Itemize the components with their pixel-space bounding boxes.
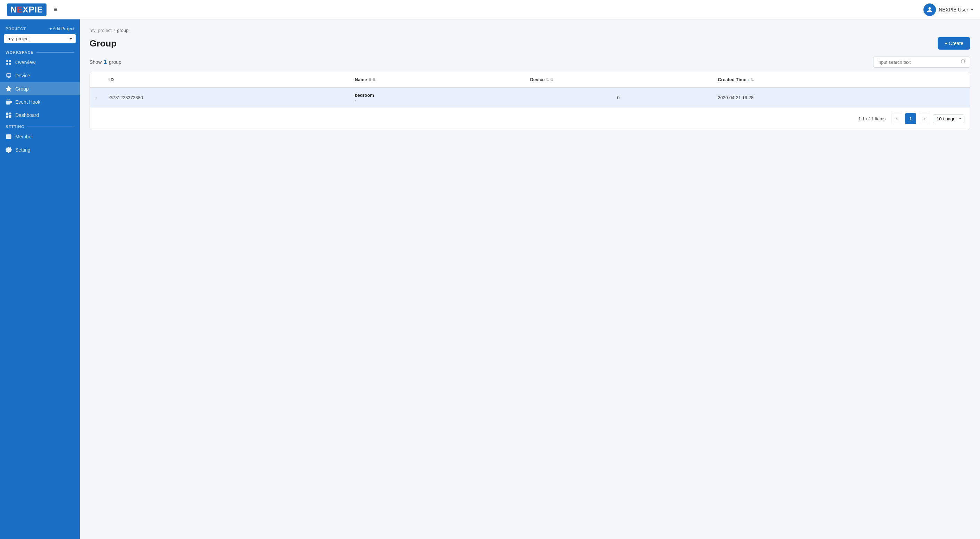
member-icon — [6, 133, 12, 140]
prev-page-button[interactable]: < — [891, 113, 902, 124]
svg-rect-13 — [6, 135, 11, 139]
avatar — [923, 3, 936, 16]
svg-rect-12 — [6, 116, 8, 117]
svg-rect-2 — [6, 63, 8, 65]
search-input[interactable] — [878, 60, 958, 65]
sidebar-item-dashboard[interactable]: Dashboard — [0, 109, 80, 122]
navbar: NEXPIE ≡ NEXPIE User ▾ — [0, 0, 980, 19]
sidebar: PROJECT + Add Project my_project WORKSPA… — [0, 19, 80, 539]
workspace-section: WORKSPACE — [0, 48, 80, 56]
sidebar-item-device-label: Device — [15, 73, 30, 78]
project-label: PROJECT — [6, 27, 26, 31]
sidebar-item-member-label: Member — [15, 134, 33, 140]
svg-rect-3 — [10, 63, 11, 65]
sidebar-item-setting[interactable]: Setting — [0, 143, 80, 157]
row-device: 0 — [524, 87, 712, 108]
app-body: PROJECT + Add Project my_project WORKSPA… — [0, 19, 980, 539]
user-name: NEXPIE User — [939, 7, 968, 13]
col-device[interactable]: Device ⇅ — [524, 72, 712, 87]
hamburger-icon[interactable]: ≡ — [53, 6, 57, 14]
add-project-button[interactable]: + Add Project — [49, 26, 74, 31]
svg-marker-5 — [6, 86, 11, 91]
sidebar-item-overview-label: Overview — [15, 60, 35, 65]
navbar-left: NEXPIE ≡ — [7, 3, 57, 16]
sidebar-item-event-hook[interactable]: Event Hook — [0, 95, 80, 109]
grid-icon — [6, 59, 12, 65]
device-icon — [6, 73, 12, 79]
breadcrumb-sep: / — [114, 28, 115, 33]
user-icon — [927, 6, 933, 13]
group-count: 1 — [104, 59, 107, 65]
search-box — [873, 57, 970, 68]
pagination: 1-1 of 1 items < 1 > 10 / page 20 / page… — [90, 108, 970, 130]
sidebar-item-group[interactable]: Group — [0, 82, 80, 95]
main-content: my_project / group Group + Create Show 1… — [80, 19, 980, 539]
show-label: Show — [89, 59, 102, 65]
pagination-info: 1-1 of 1 items — [858, 116, 886, 121]
col-name[interactable]: Name ⇅ — [349, 72, 524, 87]
sidebar-item-overview[interactable]: Overview — [0, 56, 80, 69]
table-toolbar: Show 1 group — [89, 57, 970, 68]
setting-icon — [6, 147, 12, 153]
sidebar-item-setting-label: Setting — [15, 147, 30, 152]
logo-text: NEXPIE — [10, 5, 43, 14]
table-body: › G731223372380 bedroom- 0 2020-04-21 16… — [90, 87, 970, 108]
row-created-time: 2020-04-21 16:28 — [713, 87, 970, 108]
col-id: ID — [104, 72, 349, 87]
svg-rect-10 — [10, 113, 11, 114]
sidebar-item-group-label: Group — [15, 86, 29, 92]
next-page-button[interactable]: > — [919, 113, 930, 124]
search-icon — [961, 59, 966, 65]
breadcrumb-current: group — [117, 28, 129, 33]
row-expand[interactable]: › — [90, 87, 104, 108]
svg-rect-1 — [10, 60, 11, 62]
sidebar-item-device[interactable]: Device — [0, 69, 80, 82]
current-page-button[interactable]: 1 — [905, 113, 916, 124]
project-select[interactable]: my_project — [4, 34, 76, 43]
row-id: G731223372380 — [104, 87, 349, 108]
svg-line-18 — [964, 62, 965, 63]
navbar-right: NEXPIE User ▾ — [923, 3, 973, 16]
sidebar-item-event-hook-label: Event Hook — [15, 99, 40, 105]
svg-rect-4 — [6, 73, 11, 77]
table-container: ID Name ⇅ Device ⇅ Created Time ↓ › G731… — [89, 72, 970, 130]
logo: NEXPIE — [7, 3, 46, 16]
hook-icon — [6, 99, 12, 105]
sidebar-item-dashboard-label: Dashboard — [15, 113, 39, 118]
setting-section: SETTING — [0, 122, 80, 130]
svg-rect-11 — [10, 115, 11, 117]
row-name: bedroom- — [349, 87, 524, 108]
groups-table: ID Name ⇅ Device ⇅ Created Time ↓ › G731… — [90, 72, 970, 108]
project-header: PROJECT + Add Project — [0, 25, 80, 34]
page-header: Group + Create — [89, 37, 970, 49]
svg-rect-0 — [6, 60, 8, 62]
page-size-select[interactable]: 10 / page 20 / page 50 / page — [933, 114, 964, 123]
group-icon — [6, 86, 12, 92]
col-expand — [90, 72, 104, 87]
col-created-time[interactable]: Created Time ↓ — [713, 72, 970, 87]
table-row[interactable]: › G731223372380 bedroom- 0 2020-04-21 16… — [90, 87, 970, 108]
show-count: Show 1 group — [89, 59, 121, 65]
user-caret-icon[interactable]: ▾ — [971, 7, 973, 12]
table-header: ID Name ⇅ Device ⇅ Created Time ↓ — [90, 72, 970, 87]
dashboard-icon — [6, 112, 12, 118]
svg-point-17 — [961, 60, 965, 63]
page-title: Group — [89, 38, 116, 49]
breadcrumb: my_project / group — [89, 28, 970, 33]
svg-rect-9 — [6, 113, 8, 115]
sidebar-item-member[interactable]: Member — [0, 130, 80, 143]
create-button[interactable]: + Create — [938, 37, 970, 49]
breadcrumb-project[interactable]: my_project — [89, 28, 112, 33]
count-unit: group — [109, 59, 121, 65]
